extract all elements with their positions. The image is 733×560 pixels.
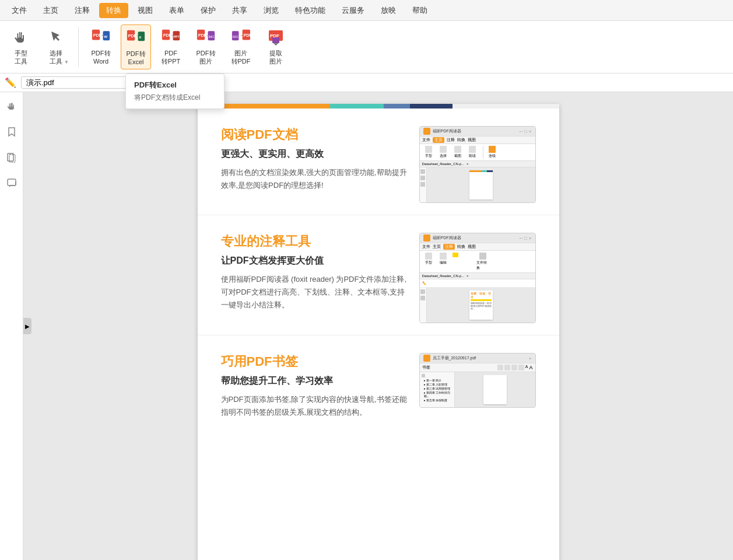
mini-left-sidebar-1 (420, 167, 427, 202)
section-read-right: 福昕PDF阅读器 ─ □ × 文件 主页 注释 (419, 126, 536, 203)
image-to-pdf-label: 图片转PDF (232, 49, 251, 66)
mini-tool-1: 手型 (422, 146, 435, 159)
mini-bm-label: 书签 (422, 365, 430, 370)
toolbar: 手型工具 选择工具 ▼ PDF → W PDF转Word (0, 21, 733, 74)
mini-bm-icon-4 (518, 365, 524, 370)
mini-annot-group (453, 253, 472, 271)
section-annotation-subtitle: 让PDF文档发挥更大价值 (221, 255, 408, 267)
mini-annot-tool-1: 手型 (422, 253, 435, 271)
svg-text:IMG: IMG (233, 35, 239, 38)
mini-sidebar-icon-2 (420, 176, 425, 180)
svg-text:IMG: IMG (208, 35, 214, 38)
mini-app-name-1: 福昕PDF阅读器 (433, 128, 461, 134)
mini-app-preview-2: 福昕PDF阅读器 ─ □ × 文件 主页 注释 (419, 233, 536, 323)
menu-share[interactable]: 共享 (225, 3, 254, 18)
mini-tab-bar-2: Datasheet_Reader_CN.p... × (420, 273, 535, 279)
mini-title-bar-1: 福昕PDF阅读器 ─ □ × (420, 127, 535, 136)
menu-cloud[interactable]: 云服务 (335, 3, 371, 18)
menu-features[interactable]: 特色功能 (288, 3, 332, 18)
mini-sidebar-icon-3 (420, 182, 425, 187)
mini-menu-convert: 转换 (457, 137, 465, 143)
left-sidebar (0, 92, 23, 560)
menu-slideshow[interactable]: 放映 (374, 3, 403, 18)
menu-annotation[interactable]: 注释 (68, 3, 97, 18)
mini-menu-bar-1: 文件 主页 注释 转换 视图 (420, 136, 535, 144)
menu-help[interactable]: 帮助 (405, 3, 434, 18)
mini-bm-item-2: ▸ 第二章 入职管理 (424, 383, 453, 386)
mini-menu-view: 视图 (468, 137, 476, 143)
mini-annot-row2 (453, 258, 472, 262)
mini-content-2: 免费、快速、安全 福昕阅读器是一款功能强大的PDF阅读软件... (420, 288, 535, 323)
mini-menu-home-2: 主页 (433, 244, 441, 250)
mini-doc-area-2: 免费、快速、安全 福昕阅读器是一款功能强大的PDF阅读软件... (427, 288, 535, 323)
hand-tool-button[interactable]: 手型工具 (6, 24, 36, 68)
section-read-text: 拥有出色的文档渲染效果,强大的页面管理功能,帮助提升效率,是您阅读PDF的理想选… (221, 166, 408, 192)
mini-underline-icon (460, 253, 465, 257)
top-bar-teal (330, 104, 383, 108)
pdf-word-icon: PDF → W (92, 28, 110, 47)
pdf-to-ppt-label: PDF转PPT (162, 49, 180, 66)
extract-icon: PDF (266, 28, 285, 47)
section-bookmark-right: 员工手册_20120917.pdf × 书签 (419, 353, 536, 408)
hand-tool-label: 手型工具 (15, 49, 27, 66)
top-bar-blue (384, 104, 411, 108)
pdf-to-excel-button[interactable]: PDF → X PDF转Excel (121, 24, 151, 69)
section-read-content: 阅读PDF文档 更强大、更实用、更高效 拥有出色的文档渲染效果,强大的页面管理功… (221, 126, 536, 203)
sidebar-pages-icon[interactable] (3, 149, 20, 166)
mini-app-preview-1: 福昕PDF阅读器 ─ □ × 文件 主页 注释 (419, 126, 536, 203)
pdf-to-image-button[interactable]: PDF → IMG PDF转图片 (191, 24, 221, 68)
mini-sidebar-icon-4 (420, 289, 425, 294)
svg-text:W: W (104, 34, 107, 38)
mini-note-icon (453, 258, 458, 262)
section-bookmark-left: 巧用PDF书签 帮助您提升工作、学习效率 为PDF页面添加书签,除了实现内容的快… (221, 353, 408, 419)
address-bar: ✏️ (0, 74, 733, 92)
section-read-left: 阅读PDF文档 更强大、更实用、更高效 拥有出色的文档渲染效果,强大的页面管理功… (221, 126, 408, 192)
mini-window-controls-3: × (529, 356, 532, 361)
mini-bm-icon-3 (511, 365, 517, 370)
sidebar-hand-icon[interactable] (3, 98, 20, 114)
menu-home[interactable]: 主页 (36, 3, 65, 18)
svg-text:PDF: PDF (243, 33, 250, 38)
mini-doc-text: 福昕阅读器是一款功能强大的PDF阅读软件... (471, 302, 492, 311)
mini-annot-row1 (453, 253, 472, 257)
section-annotation-left: 专业的注释工具 让PDF文档发挥更大价值 使用福昕PDF阅读器 (foxit r… (221, 233, 408, 312)
mini-bm-aa1: A (525, 365, 528, 370)
mini-highlight-icon (453, 253, 458, 257)
pdf-to-word-button[interactable]: PDF → W PDF转Word (86, 24, 116, 68)
file-path-input[interactable] (21, 76, 138, 89)
menu-convert[interactable]: 转换 (99, 3, 128, 18)
hand-icon (12, 28, 30, 47)
mini-logo-3 (423, 355, 430, 362)
mini-toolbar-2: 手型 编辑 (420, 251, 535, 273)
mini-window-controls-2: ─ □ × (519, 236, 531, 241)
mini-menu-home-active: 主页 (433, 137, 444, 143)
select-tool-button[interactable]: 选择工具 ▼ (41, 24, 71, 68)
extract-image-button[interactable]: PDF 提取图片 (261, 24, 291, 68)
mini-logo-2 (423, 235, 430, 242)
svg-text:PPT: PPT (173, 35, 180, 38)
menu-view[interactable]: 视图 (131, 3, 160, 18)
mini-bm-icon-2 (504, 365, 510, 370)
mini-convert-tool: 文件转换 (476, 253, 489, 271)
mini-bm-list: ▸ 第一章 简介 ▸ 第二章 入职管理 ▸ 第三章 试用期管理 ▸ 第四章 工作… (422, 379, 453, 402)
pdf-image-icon: PDF → IMG (197, 28, 215, 47)
mini-sidebar-icon-1 (420, 169, 425, 174)
mini-pencil-icon: ✏️ (422, 282, 426, 285)
menu-form[interactable]: 表单 (162, 3, 191, 18)
pdf-to-word-label: PDF转Word (92, 49, 111, 66)
menu-browse[interactable]: 浏览 (257, 3, 286, 18)
sidebar-bookmark-icon[interactable] (3, 124, 20, 140)
mini-page-top-1 (469, 170, 493, 172)
pdf-to-ppt-button[interactable]: PDF → PPT PDF转PPT (156, 24, 186, 68)
collapse-panel-button[interactable]: ▶ (23, 318, 31, 334)
mini-tool-4: 朗读 (466, 146, 479, 159)
image-to-pdf-button[interactable]: IMG → PDF 图片转PDF (226, 24, 256, 68)
menu-protect[interactable]: 保护 (194, 3, 223, 18)
section-annotation-title: 专业的注释工具 (221, 233, 408, 250)
menu-file[interactable]: 文件 (5, 3, 34, 18)
mini-app-name-2: 福昕PDF阅读器 (433, 235, 461, 241)
sidebar-comment-icon[interactable] (3, 175, 20, 191)
mini-doc-area-3 (455, 372, 535, 407)
mini-doc-page-3 (483, 375, 507, 404)
cursor-icon (47, 28, 65, 47)
